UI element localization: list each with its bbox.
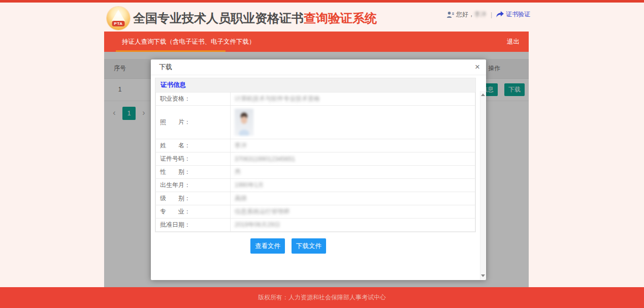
field-label: 批准日期：	[156, 219, 231, 232]
modal-title: 下载	[159, 63, 172, 71]
user-icon	[446, 11, 454, 18]
greeting-text: 您好，	[456, 10, 474, 19]
field-label: 职业资格：	[156, 93, 231, 106]
page-footer: 版权所有：人力资源和社会保障部人事考试中心	[0, 287, 644, 308]
field-value: 2019年06月29日	[231, 219, 475, 232]
field-value: 370631199012345651	[231, 152, 475, 166]
tab-label: 持证人查询下载（含电子证书、电子文件下载）	[122, 38, 255, 45]
field-row-photo: 照 片：	[156, 106, 475, 139]
page-title: 全国专业技术人员职业资格证书查询验证系统	[133, 10, 377, 26]
page-title-main: 全国专业技术人员职业资格证书	[133, 11, 304, 25]
field-row-name: 姓 名： 李洋	[156, 139, 475, 152]
logo-rays	[112, 10, 125, 21]
scroll-down-icon[interactable]	[481, 274, 485, 277]
field-value: 高级	[231, 192, 475, 205]
field-row-birth: 出生年月： 1990年1月	[156, 179, 475, 192]
download-modal: 下载 × 证书信息 职业资格： 计算机技术与软件专业技术资格 照 片： 姓 名：…	[151, 59, 486, 280]
certificate-photo	[235, 109, 253, 136]
divider: |	[491, 11, 492, 18]
cert-verify-link[interactable]: 证书验证	[496, 10, 530, 19]
modal-body: 证书信息 职业资格： 计算机技术与软件专业技术资格 照 片： 姓 名： 李洋 证…	[151, 75, 486, 280]
modal-header: 下载 ×	[151, 59, 486, 75]
field-row-gender: 性 别： 男	[156, 166, 475, 179]
modal-scrollbar[interactable]	[480, 91, 486, 280]
brand: PTA 全国专业技术人员职业资格证书查询验证系统	[107, 7, 377, 30]
certificate-info-section-title: 证书信息	[155, 78, 475, 92]
page-title-accent: 查询验证系统	[304, 11, 377, 25]
user-info: 您好， 李洋 | 证书验证	[446, 10, 530, 19]
certificate-info-box: 证书信息 职业资格： 计算机技术与软件专业技术资格 照 片： 姓 名： 李洋 证…	[155, 78, 476, 232]
logo-pta-label: PTA	[112, 21, 125, 26]
copyright-text: 版权所有：人力资源和社会保障部人事考试中心	[258, 294, 386, 301]
modal-buttons: 查看文件 下载文件	[250, 238, 476, 254]
pta-logo-icon: PTA	[107, 7, 130, 30]
field-label: 专 业：	[156, 205, 231, 219]
field-row-major: 专 业： 信息系统运行管理师	[156, 205, 475, 219]
field-value: 计算机技术与软件专业技术资格	[231, 93, 475, 106]
field-label: 性 别：	[156, 166, 231, 179]
field-value	[231, 106, 475, 139]
field-label: 出生年月：	[156, 179, 231, 192]
field-label: 照 片：	[156, 106, 231, 139]
field-value: 男	[231, 166, 475, 179]
field-row-level: 级 别： 高级	[156, 192, 475, 205]
view-file-button[interactable]: 查看文件	[250, 238, 285, 254]
user-name: 李洋	[474, 10, 487, 19]
field-value: 李洋	[231, 139, 475, 152]
field-value: 信息系统运行管理师	[231, 205, 475, 219]
field-label: 级 别：	[156, 192, 231, 205]
field-value: 1990年1月	[231, 179, 475, 192]
field-label: 姓 名：	[156, 139, 231, 152]
share-arrow-icon	[496, 11, 504, 18]
certificate-fields-table: 职业资格： 计算机技术与软件专业技术资格 照 片： 姓 名： 李洋 证件号码： …	[155, 92, 475, 232]
close-icon[interactable]: ×	[475, 59, 480, 75]
field-row-qualification: 职业资格： 计算机技术与软件专业技术资格	[156, 93, 475, 106]
field-label: 证件号码：	[156, 152, 231, 166]
main-navbar: 持证人查询下载（含电子证书、电子文件下载） 退出	[104, 32, 529, 52]
tab-holder-query-download[interactable]: 持证人查询下载（含电子证书、电子文件下载）	[104, 32, 255, 52]
logout-button[interactable]: 退出	[507, 32, 520, 52]
field-row-id-number: 证件号码： 370631199012345651	[156, 152, 475, 166]
cert-verify-label: 证书验证	[506, 10, 530, 19]
download-file-button[interactable]: 下载文件	[292, 238, 326, 254]
field-row-approval-date: 批准日期： 2019年06月29日	[156, 219, 475, 232]
page-header: PTA 全国专业技术人员职业资格证书查询验证系统 您好， 李洋 | 证书验证	[0, 3, 644, 32]
scroll-up-icon[interactable]	[481, 94, 485, 96]
